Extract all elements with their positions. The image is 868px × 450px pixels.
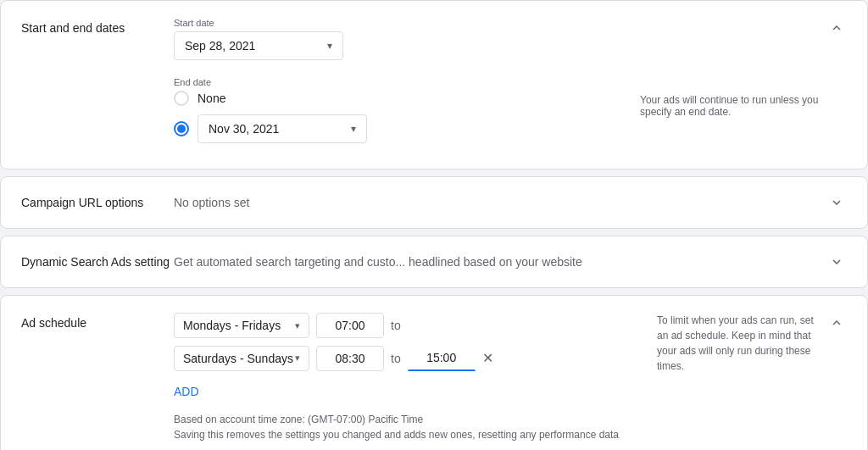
to-label-1: to — [391, 319, 401, 332]
day-select-2-arrow-icon: ▾ — [295, 353, 300, 364]
start-time-1[interactable] — [316, 313, 384, 338]
day-select-1-arrow-icon: ▾ — [295, 320, 300, 331]
end-date-dropdown[interactable]: Nov 30, 2021 ▾ — [198, 114, 367, 143]
end-time-2[interactable] — [408, 345, 476, 371]
dates-collapse-icon[interactable] — [826, 18, 847, 38]
end-date-section: End date None Nov 30, 2021 ▾ — [174, 77, 640, 143]
start-date-value: Sep 28, 2021 — [185, 39, 255, 53]
campaign-url-card: Campaign URL options No options set — [0, 176, 868, 229]
start-date-dropdown[interactable]: Sep 28, 2021 ▾ — [174, 31, 343, 60]
start-date-label: Start date — [174, 18, 640, 28]
dates-card: Start and end dates Start date Sep 28, 2… — [0, 0, 868, 169]
schedule-label: Ad schedule — [21, 313, 174, 330]
dynamic-search-card: Dynamic Search Ads setting Get automated… — [0, 236, 868, 288]
dates-content: Start date Sep 28, 2021 ▾ End date None … — [174, 18, 640, 152]
campaign-url-label: Campaign URL options — [21, 196, 174, 209]
dynamic-search-label: Dynamic Search Ads setting — [21, 255, 174, 269]
end-date-radio-circle — [174, 121, 189, 136]
end-date-arrow-icon: ▾ — [351, 123, 356, 135]
campaign-url-expand-icon[interactable] — [826, 192, 847, 213]
dynamic-search-value: Get automated search targeting and custo… — [174, 255, 826, 269]
schedule-row-1: Mondays - Fridays ▾ to — [174, 313, 657, 338]
dynamic-search-expand-icon[interactable] — [826, 252, 847, 272]
schedule-row-2: Saturdays - Sundays ▾ to ✕ — [174, 345, 657, 371]
page-wrapper: Start and end dates Start date Sep 28, 2… — [0, 0, 868, 450]
none-radio-circle — [174, 91, 189, 106]
schedule-note: Based on account time zone: (GMT-07:00) … — [174, 412, 657, 442]
end-date-radio-option[interactable]: Nov 30, 2021 ▾ — [174, 114, 640, 143]
schedule-section: Ad schedule Mondays - Fridays ▾ to Satur… — [1, 296, 867, 450]
dates-section-label: Start and end dates — [21, 18, 174, 35]
day-select-2-value: Saturdays - Sundays — [183, 352, 293, 365]
end-date-value: Nov 30, 2021 — [209, 122, 279, 136]
schedule-content: Mondays - Fridays ▾ to Saturdays - Sunda… — [174, 313, 657, 442]
add-schedule-link[interactable]: ADD — [174, 385, 199, 398]
end-date-label: End date — [174, 77, 640, 87]
campaign-url-value: No options set — [174, 196, 826, 209]
start-date-arrow-icon: ▾ — [327, 40, 332, 52]
none-label: None — [198, 92, 225, 105]
day-select-1-value: Mondays - Fridays — [183, 319, 281, 332]
schedule-collapse-icon[interactable] — [826, 313, 847, 333]
schedule-note-line1: Based on account time zone: (GMT-07:00) … — [174, 412, 657, 427]
dynamic-search-section[interactable]: Dynamic Search Ads setting Get automated… — [1, 236, 867, 287]
campaign-url-section[interactable]: Campaign URL options No options set — [1, 177, 867, 228]
start-time-2[interactable] — [316, 346, 384, 371]
dates-section: Start and end dates Start date Sep 28, 2… — [1, 1, 867, 169]
schedule-helper-text: To limit when your ads can run, set an a… — [657, 313, 826, 374]
none-radio-option[interactable]: None — [174, 91, 640, 106]
day-select-2[interactable]: Saturdays - Sundays ▾ — [174, 346, 309, 371]
to-label-2: to — [391, 352, 401, 365]
dates-helper-text: Your ads will continue to run unless you… — [640, 18, 826, 118]
day-select-1[interactable]: Mondays - Fridays ▾ — [174, 313, 309, 338]
clear-icon-2[interactable]: ✕ — [482, 350, 493, 366]
ad-schedule-card: Ad schedule Mondays - Fridays ▾ to Satur… — [0, 295, 868, 450]
schedule-note-line2: Saving this removes the settings you cha… — [174, 427, 657, 442]
